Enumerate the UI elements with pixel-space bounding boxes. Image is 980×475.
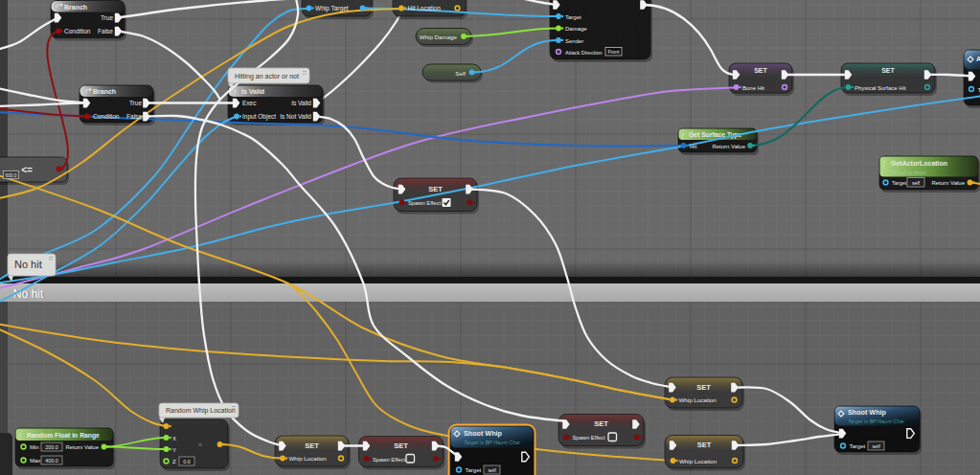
svg-text:?: ? xyxy=(233,88,238,97)
svg-text:Y: Y xyxy=(172,447,176,453)
svg-text:SET: SET xyxy=(594,419,608,428)
svg-text:self: self xyxy=(488,467,496,473)
svg-text:Target: Target xyxy=(892,180,907,186)
svg-text:Exec: Exec xyxy=(242,100,257,106)
svg-text:Hitting an actor or not: Hitting an actor or not xyxy=(235,73,299,80)
svg-text:False: False xyxy=(126,113,142,120)
svg-text:Hit Location: Hit Location xyxy=(408,5,442,11)
svg-text:Branch: Branch xyxy=(64,4,87,11)
svg-text:Condition: Condition xyxy=(93,113,120,120)
svg-text:Random Whip Location: Random Whip Location xyxy=(166,407,236,415)
svg-text:True: True xyxy=(101,14,114,21)
svg-text:Physical Surface Hit: Physical Surface Hit xyxy=(855,85,906,91)
svg-text:Min: Min xyxy=(30,444,39,450)
svg-text:True: True xyxy=(129,100,143,106)
svg-text:Hit: Hit xyxy=(690,144,697,149)
svg-text:Attack Direction: Attack Direction xyxy=(565,50,603,56)
svg-text:Random Float in Range: Random Float in Range xyxy=(27,432,100,440)
svg-text:Damage: Damage xyxy=(565,26,587,32)
svg-text:ƒ: ƒ xyxy=(681,132,685,140)
svg-text:Spawn Effect: Spawn Effect xyxy=(408,200,441,206)
svg-text:200.0: 200.0 xyxy=(45,444,57,450)
svg-text:Branch: Branch xyxy=(93,88,116,95)
svg-text:X: X xyxy=(172,436,176,441)
svg-text:SET: SET xyxy=(428,185,443,193)
svg-text:Whip Damage: Whip Damage xyxy=(420,34,458,40)
svg-text:Spawn Effect: Spawn Effect xyxy=(573,435,605,441)
svg-text:SET: SET xyxy=(696,383,711,392)
svg-text:Condition: Condition xyxy=(64,28,91,34)
svg-text:SET: SET xyxy=(305,441,319,450)
svg-text:A: A xyxy=(976,55,980,63)
svg-text:0.0: 0.0 xyxy=(183,459,190,464)
svg-text:Shoot Whip: Shoot Whip xyxy=(848,408,887,417)
svg-text:Target: Target xyxy=(565,14,581,20)
svg-text:SET: SET xyxy=(394,441,408,450)
svg-text:Z: Z xyxy=(172,459,176,464)
svg-text:GetActorLocation: GetActorLocation xyxy=(891,160,947,167)
svg-text:Bone Hit: Bone Hit xyxy=(742,85,764,91)
svg-text:No hit: No hit xyxy=(14,259,42,270)
svg-text:Is Valid: Is Valid xyxy=(291,100,311,106)
svg-text:Target: Target xyxy=(466,467,482,473)
svg-text:Self: Self xyxy=(455,70,466,77)
svg-text:Max: Max xyxy=(30,458,40,464)
svg-text:No hit: No hit xyxy=(13,287,44,301)
svg-text:Return Value: Return Value xyxy=(931,180,965,186)
svg-text:Target: Target xyxy=(850,443,866,449)
svg-text:Return Value: Return Value xyxy=(65,444,99,450)
svg-text:ƒ: ƒ xyxy=(19,432,23,440)
svg-text:Is Valid: Is Valid xyxy=(241,88,264,95)
svg-text:<=: <= xyxy=(21,165,33,175)
svg-text:Target is Actor: Target is Actor xyxy=(891,170,927,175)
svg-text:self: self xyxy=(912,180,921,186)
svg-text:Is Not Valid: Is Not Valid xyxy=(280,113,311,120)
svg-text:SET: SET xyxy=(881,67,895,74)
svg-text:Spawn Effect: Spawn Effect xyxy=(373,457,405,463)
svg-text:Shoot Whip: Shoot Whip xyxy=(464,429,503,438)
svg-text:Input Object: Input Object xyxy=(242,113,276,121)
svg-text:SET: SET xyxy=(697,441,712,449)
svg-text:False: False xyxy=(98,28,113,34)
svg-text:Target is BP Haunt Char: Target is BP Haunt Char xyxy=(464,440,521,445)
svg-text:Target is BP Haunt Char: Target is BP Haunt Char xyxy=(848,418,905,424)
svg-text:Whip Location: Whip Location xyxy=(679,458,718,464)
svg-text:400.0: 400.0 xyxy=(45,458,57,464)
svg-text:self: self xyxy=(872,443,880,449)
svg-text:Sender: Sender xyxy=(565,38,583,44)
svg-text:=: = xyxy=(198,441,202,448)
svg-text:Whip Target: Whip Target xyxy=(315,5,349,12)
svg-text:Return Value: Return Value xyxy=(712,144,745,149)
svg-text:ƒ: ƒ xyxy=(882,160,886,168)
svg-text:600.0: 600.0 xyxy=(5,173,16,178)
svg-text:Whip Location: Whip Location xyxy=(289,455,328,462)
svg-text:Front: Front xyxy=(607,49,620,55)
svg-text:SET: SET xyxy=(754,67,767,74)
svg-text:Whip Location: Whip Location xyxy=(679,396,718,403)
